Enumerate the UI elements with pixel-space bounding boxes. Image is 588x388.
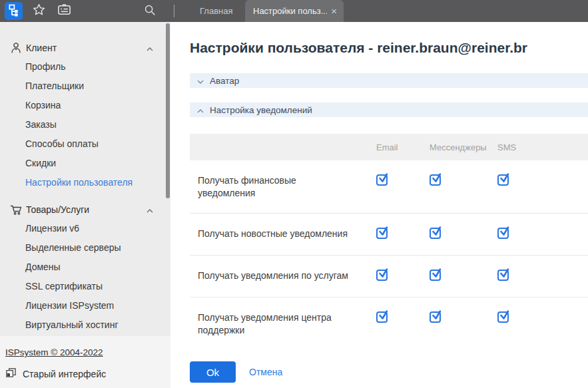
sidebar-scrollbar-thumb[interactable] — [166, 23, 170, 198]
checkbox-support-sms[interactable] — [497, 311, 509, 323]
table-row-services: Получать уведомления по услугам — [190, 256, 588, 297]
checkbox-services-email[interactable] — [376, 270, 388, 281]
table-row-news: Получать новостные уведомления — [190, 214, 588, 256]
app-logo-button[interactable] — [5, 2, 23, 20]
notifications-table: Email Мессенджеры SMS Получать финансовы… — [190, 134, 588, 350]
accordion-avatar-label: Аватар — [210, 76, 239, 86]
chevron-down-icon — [197, 75, 204, 87]
checkbox-news-messengers[interactable] — [430, 228, 441, 239]
column-header-messengers: Мессенджеры — [430, 142, 497, 152]
row-label: Получать финансовые уведомления — [190, 174, 376, 200]
checkbox-financial-email[interactable] — [376, 174, 388, 186]
chevron-up-icon — [147, 42, 153, 54]
form-actions: Ok Отмена — [190, 361, 588, 383]
table-row-support: Получать уведомления центра поддержки — [190, 297, 588, 350]
sidebar-item-ispsystem-licenses[interactable]: Лицензии ISPsystem — [0, 296, 170, 315]
accordion-avatar[interactable]: Аватар — [190, 73, 588, 88]
tree-structure-icon — [7, 3, 21, 19]
ok-button[interactable]: Ok — [190, 361, 236, 383]
sidebar-footer: ISPsystem © 2004-2022 Старый интерфейс — [0, 336, 170, 388]
notifications-table-header: Email Мессенджеры SMS — [190, 134, 588, 160]
topbar-divider — [174, 5, 174, 17]
sidebar-section-client-label: Клиент — [26, 43, 147, 53]
sidebar-item-licenses-v6[interactable]: Лицензии v6 — [0, 219, 170, 238]
row-label: Получать уведомления по услугам — [190, 270, 376, 282]
search-button[interactable] — [141, 0, 159, 22]
close-icon[interactable]: × — [331, 6, 337, 16]
checkbox-support-messengers[interactable] — [430, 311, 441, 323]
dashboard-button[interactable] — [55, 0, 73, 22]
sidebar: Клиент Профиль Плательщики Корзина Заказ… — [0, 22, 170, 388]
sidebar-menu: Клиент Профиль Плательщики Корзина Заказ… — [0, 22, 170, 336]
favorites-button[interactable] — [29, 0, 48, 22]
sidebar-section-gap — [0, 192, 170, 200]
checkbox-news-email[interactable] — [376, 228, 388, 239]
topbar: Главная Настройки польз... × — [0, 0, 588, 22]
sidebar-section-client[interactable]: Клиент — [0, 38, 170, 57]
badge-icon — [57, 2, 72, 20]
sidebar-item-profile[interactable]: Профиль — [0, 57, 170, 77]
sidebar-item-user-settings[interactable]: Настройки пользователя — [0, 173, 170, 192]
table-row-financial: Получать финансовые уведомления — [190, 160, 588, 214]
copyright-link[interactable]: ISPsystem © 2004-2022 — [5, 347, 103, 357]
sidebar-item-cart[interactable]: Корзина — [0, 96, 170, 115]
column-header-sms: SMS — [497, 142, 588, 152]
sidebar-section-products[interactable]: Товары/Услуги — [0, 200, 170, 219]
accordion-notifications[interactable]: Настройка уведомлений — [190, 102, 588, 117]
row-label: Получать новостные уведомления — [190, 228, 376, 240]
sidebar-section-products-label: Товары/Услуги — [26, 204, 147, 215]
chevron-up-icon — [147, 204, 153, 216]
tab-user-settings[interactable]: Настройки польз... × — [245, 0, 344, 22]
sidebar-item-virtual-hosting[interactable]: Виртуальный хостинг — [0, 315, 170, 335]
sidebar-item-orders[interactable]: Заказы — [0, 115, 170, 134]
tab-user-settings-label: Настройки польз... — [253, 6, 327, 16]
checkbox-financial-messengers[interactable] — [430, 174, 441, 186]
old-interface-icon — [5, 367, 17, 381]
sidebar-item-dedicated-servers[interactable]: Выделенные серверы — [0, 238, 170, 258]
old-interface-label: Старый интерфейс — [23, 369, 106, 379]
sidebar-item-ssl-certificates[interactable]: SSL сертификаты — [0, 277, 170, 296]
checkbox-financial-sms[interactable] — [497, 174, 509, 186]
checkbox-support-email[interactable] — [376, 311, 388, 323]
cart-icon — [9, 203, 23, 216]
tab-home[interactable]: Главная — [193, 0, 239, 22]
cancel-link[interactable]: Отмена — [249, 367, 282, 377]
row-label: Получать уведомления центра поддержки — [190, 311, 376, 337]
star-icon — [32, 3, 46, 19]
main-content: Настройки пользователя - reiner.braun@re… — [170, 22, 588, 388]
checkbox-services-messengers[interactable] — [430, 270, 441, 281]
sidebar-item-discounts[interactable]: Скидки — [0, 154, 170, 173]
client-person-icon — [9, 41, 23, 55]
page-title: Настройки пользователя - reiner.braun@re… — [190, 40, 588, 56]
accordion-notifications-label: Настройка уведомлений — [210, 105, 312, 115]
checkbox-news-sms[interactable] — [497, 228, 509, 239]
column-header-email: Email — [376, 142, 430, 152]
chevron-up-icon — [197, 104, 204, 116]
search-icon — [143, 3, 157, 20]
sidebar-item-payment-methods[interactable]: Способы оплаты — [0, 134, 170, 154]
old-interface-link[interactable]: Старый интерфейс — [5, 367, 165, 381]
sidebar-item-domains[interactable]: Домены — [0, 258, 170, 277]
sidebar-item-payers[interactable]: Плательщики — [0, 77, 170, 96]
checkbox-services-sms[interactable] — [497, 270, 509, 281]
